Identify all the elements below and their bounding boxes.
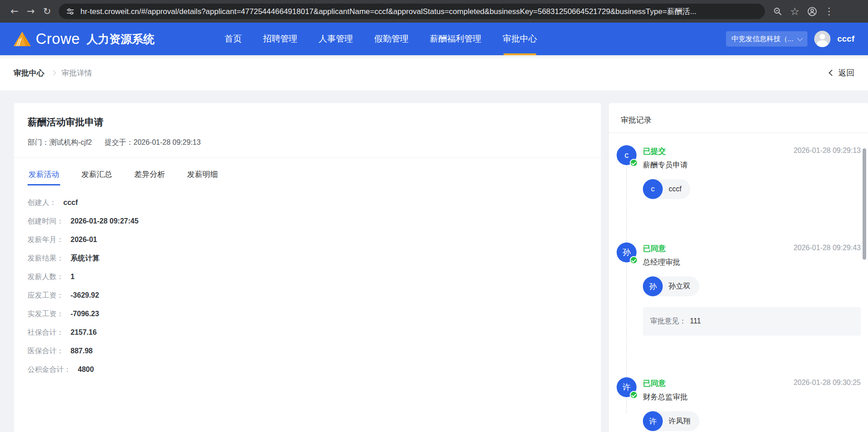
approval-records-card: 审批记录 c 已提交 2026-01-28 09:29:13 薪酬专员申请 c … [609, 103, 868, 432]
url-text: hr-test.croweit.cn/#/approval/details?ap… [80, 6, 696, 17]
approval-detail-card: 薪酬活动审批申请 部门：测试机构-cjf2 提交于：2026-01-28 09:… [14, 103, 601, 432]
address-bar[interactable]: hr-test.croweit.cn/#/approval/details?ap… [59, 4, 765, 19]
app-title: 人力资源系统 [87, 32, 155, 47]
nav-item-home[interactable]: 首页 [225, 23, 242, 55]
approver-chip-avatar: c [643, 179, 663, 199]
breadcrumb-bar: 审批中心 审批详情 返回 [0, 55, 868, 90]
user-avatar[interactable] [814, 31, 830, 47]
tab-diff-analysis[interactable]: 差异分析 [133, 169, 166, 185]
page-title: 薪酬活动审批申请 [28, 116, 587, 128]
record-step-name: 总经理审批 [643, 257, 861, 267]
record-timestamp: 2026-01-28 09:29:43 [793, 244, 861, 252]
detail-tabs: 发薪活动 发薪汇总 差异分析 发薪明细 [14, 158, 601, 185]
scrollbar-thumb[interactable] [863, 148, 866, 260]
nav-item-hr[interactable]: 人事管理 [319, 23, 353, 55]
field-pay-month: 发薪年月：2026-01 [28, 234, 587, 245]
breadcrumb-root[interactable]: 审批中心 [14, 68, 44, 78]
approver-chip-avatar: 孙 [643, 276, 663, 296]
menu-dots-icon[interactable]: ⋮ [822, 3, 836, 19]
field-headcount: 发薪人数：1 [28, 271, 587, 282]
approval-record-cfo: 许 已同意 2026-01-28 09:30:25 财务总监审批 许 许凤翔 [617, 377, 861, 431]
department-info: 部门：测试机构-cjf2 [28, 138, 92, 147]
field-housing-fund-total: 公积金合计：4800 [28, 364, 587, 375]
submit-time-info: 提交于：2026-01-28 09:29:13 [104, 138, 201, 147]
approval-records-title: 审批记录 [609, 103, 868, 125]
zoom-icon[interactable] [770, 3, 785, 19]
breadcrumb-current: 审批详情 [61, 68, 92, 78]
company-name: 中竞发信息科技（... [731, 34, 793, 44]
approver-chip-name: 许凤翔 [669, 417, 690, 426]
app-logo[interactable]: Crowe 人力资源系统 [14, 30, 155, 47]
crowe-logo-icon [14, 32, 31, 46]
bookmark-star-icon[interactable]: ☆ [788, 3, 802, 19]
record-step-name: 财务总监审批 [643, 392, 861, 402]
field-list: 创建人：cccf 创建时间：2026-01-28 09:27:45 发薪年月：2… [14, 185, 601, 375]
chevron-left-icon [829, 70, 835, 76]
approver-avatar: c [617, 145, 637, 165]
nav-item-approval-center[interactable]: 审批中心 [503, 23, 537, 55]
back-button[interactable]: 返回 [830, 67, 854, 78]
approver-avatar: 许 [617, 377, 637, 397]
field-create-time: 创建时间：2026-01-28 09:27:45 [28, 216, 587, 227]
approver-chip: 孙 孙立双 [643, 276, 699, 296]
approver-chip-name: cccf [669, 185, 681, 193]
tab-payroll-summary[interactable]: 发薪汇总 [80, 169, 113, 185]
approver-chip-name: 孙立双 [669, 282, 690, 291]
nav-item-recruit[interactable]: 招聘管理 [263, 23, 297, 55]
approver-chip: 许 许凤翔 [643, 411, 699, 431]
approval-record-submitted: c 已提交 2026-01-28 09:29:13 薪酬专员申请 c cccf [617, 145, 861, 199]
brand-name: Crowe [36, 30, 80, 47]
field-creator: 创建人：cccf [28, 197, 587, 208]
approval-record-gm: 孙 已同意 2026-01-28 09:29:43 总经理审批 孙 孙立双 审批… [617, 242, 861, 336]
field-gross-pay: 应发工资：-3629.92 [28, 290, 587, 301]
main-content: 薪酬活动审批申请 部门：测试机构-cjf2 提交于：2026-01-28 09:… [0, 90, 868, 432]
site-info-icon[interactable] [66, 7, 75, 16]
breadcrumb-separator-icon [51, 70, 56, 75]
approved-check-icon [630, 391, 638, 399]
record-timestamp: 2026-01-28 09:30:25 [793, 379, 861, 387]
tab-payroll-detail[interactable]: 发薪明细 [186, 169, 219, 185]
approval-comment-box: 审批意见：111 [643, 307, 861, 336]
field-social-insurance-total: 社保合计：2157.16 [28, 327, 587, 338]
app-header: Crowe 人力资源系统 首页 招聘管理 人事管理 假勤管理 薪酬福利管理 审批… [0, 23, 868, 55]
divider [609, 133, 868, 133]
back-icon[interactable]: ← [6, 3, 23, 19]
company-selector[interactable]: 中竞发信息科技（... [726, 31, 807, 47]
reload-icon[interactable]: ↻ [39, 3, 55, 19]
chevron-down-icon [797, 35, 803, 41]
approval-timeline: c 已提交 2026-01-28 09:29:13 薪酬专员申请 c cccf … [617, 145, 861, 431]
profile-icon[interactable] [805, 3, 819, 19]
approver-chip-avatar: 许 [643, 411, 663, 431]
approver-chip: c cccf [643, 179, 690, 199]
username[interactable]: cccf [837, 34, 854, 44]
approved-check-icon [630, 159, 638, 167]
field-pay-result: 发薪结果：系统计算 [28, 253, 587, 264]
field-medical-insurance-total: 医保合计：887.98 [28, 346, 587, 356]
tab-payroll-activity[interactable]: 发薪活动 [28, 169, 60, 185]
approver-avatar: 孙 [617, 242, 637, 262]
record-timestamp: 2026-01-28 09:29:13 [793, 147, 861, 155]
field-net-pay: 实发工资：-7096.23 [28, 309, 587, 319]
nav-item-payroll[interactable]: 薪酬福利管理 [430, 23, 481, 55]
browser-toolbar: ← → ↻ hr-test.croweit.cn/#/approval/deta… [0, 0, 868, 23]
record-step-name: 薪酬专员申请 [643, 160, 861, 170]
nav-item-attendance[interactable]: 假勤管理 [374, 23, 409, 55]
approved-check-icon [630, 256, 638, 264]
main-nav: 首页 招聘管理 人事管理 假勤管理 薪酬福利管理 审批中心 [225, 23, 537, 55]
forward-icon[interactable]: → [23, 3, 39, 19]
